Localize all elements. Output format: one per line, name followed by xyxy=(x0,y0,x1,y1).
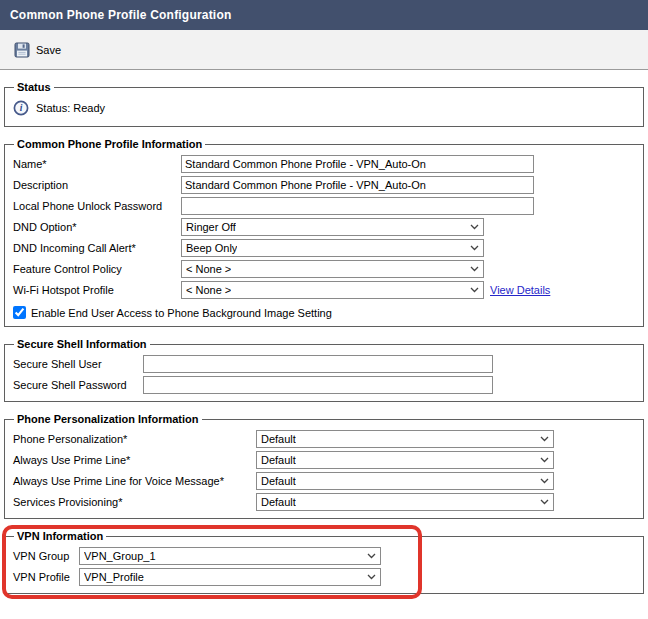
prime-line-voice-label: Always Use Prime Line for Voice Message* xyxy=(13,475,256,487)
phone-personalization-value: Default xyxy=(261,433,296,445)
vpn-group-select[interactable]: VPN_Group_1 xyxy=(79,547,381,565)
background-image-row: Enable End User Access to Phone Backgrou… xyxy=(13,306,635,319)
save-label: Save xyxy=(36,44,61,56)
vpn-section-wrapper: VPN Information VPN Group VPN_Group_1 VP… xyxy=(4,530,644,594)
vpn-profile-label: VPN Profile xyxy=(13,571,79,583)
info-icon: i xyxy=(13,100,29,116)
phone-personalization-row: Phone Personalization* Default xyxy=(13,430,635,448)
status-row: i Status: Ready xyxy=(13,95,635,119)
status-message: Status: Ready xyxy=(36,102,105,114)
vpn-group-row: VPN Group VPN_Group_1 xyxy=(13,547,635,565)
ssh-user-label: Secure Shell User xyxy=(13,358,143,370)
toolbar: Save xyxy=(0,30,648,70)
vpn-group-value: VPN_Group_1 xyxy=(84,550,156,562)
unlock-password-label: Local Phone Unlock Password xyxy=(13,200,181,212)
prime-line-row: Always Use Prime Line* Default xyxy=(13,451,635,469)
name-input[interactable] xyxy=(181,155,534,173)
feature-control-value: < None > xyxy=(186,263,231,275)
chevron-down-icon xyxy=(540,478,549,484)
services-provisioning-row: Services Provisioning* Default xyxy=(13,493,635,511)
prime-line-voice-value: Default xyxy=(261,475,296,487)
personalization-legend: Phone Personalization Information xyxy=(14,413,202,425)
prime-line-value: Default xyxy=(261,454,296,466)
secure-shell-password-input[interactable] xyxy=(143,376,493,394)
services-provisioning-value: Default xyxy=(261,496,296,508)
description-label: Description xyxy=(13,179,181,191)
vpn-group-label: VPN Group xyxy=(13,550,79,562)
chevron-down-icon xyxy=(367,553,376,559)
services-provisioning-select[interactable]: Default xyxy=(256,493,554,511)
chevron-down-icon xyxy=(540,436,549,442)
wifi-hotspot-profile-select[interactable]: < None > xyxy=(181,281,484,299)
chevron-down-icon xyxy=(367,574,376,580)
dnd-option-row: DND Option* Ringer Off xyxy=(13,218,635,236)
vpn-section: VPN Information VPN Group VPN_Group_1 VP… xyxy=(4,530,644,594)
dnd-option-value: Ringer Off xyxy=(186,221,236,233)
dnd-option-label: DND Option* xyxy=(13,221,181,233)
vpn-profile-select[interactable]: VPN_Profile xyxy=(79,568,381,586)
dnd-alert-label: DND Incoming Call Alert* xyxy=(13,242,181,254)
chevron-down-icon xyxy=(470,245,479,251)
name-label: Name* xyxy=(13,158,181,170)
phone-personalization-select[interactable]: Default xyxy=(256,430,554,448)
chevron-down-icon xyxy=(540,499,549,505)
chevron-down-icon xyxy=(470,224,479,230)
unlock-password-row: Local Phone Unlock Password xyxy=(13,197,635,215)
save-icon xyxy=(14,42,30,58)
profile-info-legend: Common Phone Profile Information xyxy=(14,138,205,150)
dnd-option-select[interactable]: Ringer Off xyxy=(181,218,484,236)
chevron-down-icon xyxy=(540,457,549,463)
wifi-hotspot-row: Wi-Fi Hotspot Profile < None > View Deta… xyxy=(13,281,635,299)
chevron-down-icon xyxy=(470,287,479,293)
phone-personalization-label: Phone Personalization* xyxy=(13,433,256,445)
vpn-legend: VPN Information xyxy=(14,530,106,542)
dnd-alert-value: Beep Only xyxy=(186,242,237,254)
background-image-checkbox-label: Enable End User Access to Phone Backgrou… xyxy=(31,307,332,319)
secure-shell-user-input[interactable] xyxy=(143,355,493,373)
prime-line-label: Always Use Prime Line* xyxy=(13,454,256,466)
profile-info-section: Common Phone Profile Information Name* D… xyxy=(4,138,644,327)
dnd-alert-row: DND Incoming Call Alert* Beep Only xyxy=(13,239,635,257)
services-provisioning-label: Services Provisioning* xyxy=(13,496,256,508)
vpn-profile-value: VPN_Profile xyxy=(84,571,144,583)
page-title: Common Phone Profile Configuration xyxy=(10,8,231,22)
vpn-profile-row: VPN Profile VPN_Profile xyxy=(13,568,635,586)
description-row: Description xyxy=(13,176,635,194)
local-phone-unlock-password-input[interactable] xyxy=(181,197,534,215)
page-header: Common Phone Profile Configuration xyxy=(0,0,648,30)
chevron-down-icon xyxy=(470,266,479,272)
feature-control-row: Feature Control Policy < None > xyxy=(13,260,635,278)
status-section: Status i Status: Ready xyxy=(4,81,644,127)
feature-control-policy-select[interactable]: < None > xyxy=(181,260,484,278)
prime-line-voice-row: Always Use Prime Line for Voice Message*… xyxy=(13,472,635,490)
wifi-hotspot-value: < None > xyxy=(186,284,231,296)
name-row: Name* xyxy=(13,155,635,173)
ssh-password-row: Secure Shell Password xyxy=(13,376,635,394)
svg-text:i: i xyxy=(20,103,23,113)
personalization-section: Phone Personalization Information Phone … xyxy=(4,413,644,519)
status-legend: Status xyxy=(14,81,54,93)
ssh-user-row: Secure Shell User xyxy=(13,355,635,373)
wifi-hotspot-label: Wi-Fi Hotspot Profile xyxy=(13,284,181,296)
secure-shell-section: Secure Shell Information Secure Shell Us… xyxy=(4,338,644,402)
prime-line-voice-message-select[interactable]: Default xyxy=(256,472,554,490)
feature-control-label: Feature Control Policy xyxy=(13,263,181,275)
secure-shell-legend: Secure Shell Information xyxy=(14,338,150,350)
background-image-checkbox[interactable] xyxy=(13,306,26,319)
dnd-incoming-call-alert-select[interactable]: Beep Only xyxy=(181,239,484,257)
page: Common Phone Profile Configuration Save … xyxy=(0,0,648,619)
content: Status i Status: Ready Common Phone Prof… xyxy=(0,81,648,594)
description-input[interactable] xyxy=(181,176,534,194)
ssh-password-label: Secure Shell Password xyxy=(13,379,143,391)
save-button[interactable]: Save xyxy=(10,40,65,60)
always-use-prime-line-select[interactable]: Default xyxy=(256,451,554,469)
view-details-link[interactable]: View Details xyxy=(490,284,550,296)
